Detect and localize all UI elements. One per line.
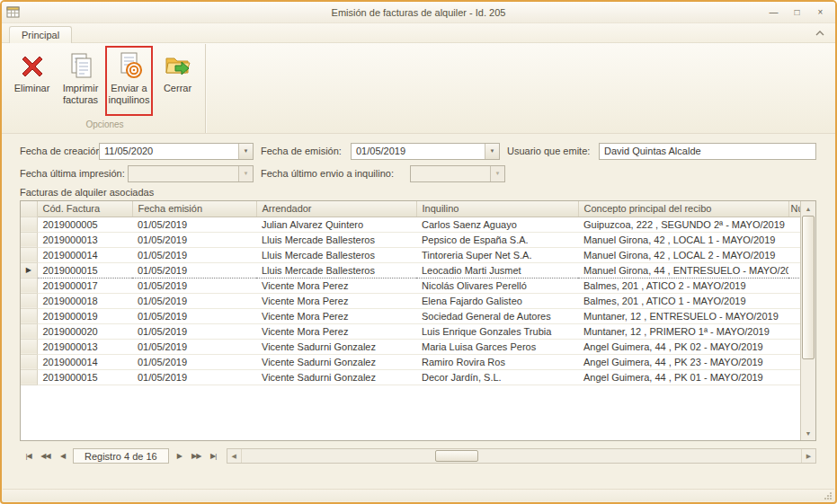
- grid-cell[interactable]: 2019000013: [37, 339, 132, 354]
- grid-cell[interactable]: Tintoreria Super Net S.A.: [416, 247, 578, 262]
- grid-cell[interactable]: 01/05/2019: [132, 354, 256, 369]
- vertical-scrollbar-track[interactable]: [801, 216, 815, 426]
- table-row[interactable]: 201900001501/05/2019Vicente Sadurni Gonz…: [21, 369, 804, 385]
- grid-cell[interactable]: Angel Guimera, 44 , PK 01 - MAYO/2019: [578, 369, 788, 385]
- grid-cell[interactable]: Angel Guimera, 44 , PK 23 - MAYO/2019: [578, 354, 788, 369]
- grid-cell[interactable]: 2019000019: [37, 308, 132, 323]
- scroll-left-button[interactable]: ◀: [227, 449, 241, 463]
- column-header-cod-factura[interactable]: Cód. Factura: [37, 201, 132, 217]
- fecha-creacion-dropdown-button[interactable]: ▼: [238, 144, 253, 159]
- grid-cell[interactable]: 2019000015: [37, 369, 132, 385]
- grid-cell[interactable]: 2019000013: [37, 232, 132, 247]
- grid-cell[interactable]: Muntaner, 12 , ENTRESUELO - MAYO/2019: [578, 308, 788, 323]
- grid-cell[interactable]: Julian Alvarez Quintero: [256, 217, 416, 232]
- grid-cell[interactable]: Lluis Mercade Ballesteros: [256, 232, 416, 247]
- horizontal-scrollbar-track[interactable]: [241, 449, 802, 463]
- grid-cell[interactable]: 2019000014: [37, 354, 132, 369]
- grid-cell[interactable]: Leocadio Marti Jusmet: [416, 262, 578, 278]
- grid-cell[interactable]: Vicente Mora Perez: [256, 323, 416, 339]
- table-row[interactable]: 201900001301/05/2019Lluis Mercade Balles…: [21, 232, 804, 247]
- grid-cell[interactable]: Angel Guimera, 44 , PK 02 - MAYO/2019: [578, 339, 788, 354]
- table-row[interactable]: ▶201900001501/05/2019Lluis Mercade Balle…: [21, 262, 804, 278]
- grid-cell[interactable]: 2019000005: [37, 217, 132, 232]
- grid-cell[interactable]: 01/05/2019: [132, 232, 256, 247]
- grid-cell[interactable]: Elena Fajardo Galisteo: [416, 293, 578, 308]
- grid-cell[interactable]: 01/05/2019: [132, 262, 256, 278]
- grid-cell[interactable]: 2019000020: [37, 323, 132, 339]
- grid-cell[interactable]: 2019000015: [37, 262, 132, 278]
- fecha-emision-dropdown-button[interactable]: ▼: [485, 144, 499, 159]
- grid-cell[interactable]: Carlos Saenz Aguayo: [416, 217, 578, 232]
- table-row[interactable]: 201900001701/05/2019Vicente Mora PerezNi…: [21, 278, 804, 293]
- grid-cell[interactable]: Decor Jardín, S.L.: [416, 369, 578, 385]
- grid-cell[interactable]: Sociedad General de Autores: [416, 308, 578, 323]
- grid-cell[interactable]: Pepsico de España S.A.: [416, 232, 578, 247]
- grid-cell[interactable]: 01/05/2019: [132, 339, 256, 354]
- grid-cell[interactable]: Balmes, 201 , ATICO 1 - MAYO/2019: [578, 293, 788, 308]
- vertical-scrollbar-thumb[interactable]: [802, 216, 815, 359]
- grid-cell[interactable]: Manuel Girona, 42 , LOCAL 2 - MAYO/2019: [578, 247, 788, 262]
- table-row[interactable]: 201900001801/05/2019Vicente Mora PerezEl…: [21, 293, 804, 308]
- grid-cell[interactable]: Lluis Mercade Ballesteros: [256, 262, 416, 278]
- fecha-creacion-field[interactable]: 11/05/2020 ▼: [99, 143, 254, 160]
- grid-cell[interactable]: Vicente Mora Perez: [256, 293, 416, 308]
- scroll-up-button[interactable]: ▲: [801, 201, 815, 216]
- table-row[interactable]: 201900002001/05/2019Vicente Mora PerezLu…: [21, 323, 804, 339]
- vertical-scrollbar[interactable]: ▲ ▼: [800, 201, 815, 440]
- table-row[interactable]: 201900001301/05/2019Vicente Sadurni Gonz…: [21, 339, 804, 354]
- grid-cell[interactable]: 2019000014: [37, 247, 132, 262]
- horizontal-scrollbar-thumb[interactable]: [435, 450, 478, 462]
- grid-cell[interactable]: Vicente Mora Perez: [256, 278, 416, 293]
- grid-cell[interactable]: 01/05/2019: [132, 217, 256, 232]
- grid-cell[interactable]: 01/05/2019: [132, 278, 256, 293]
- tab-principal[interactable]: Principal: [9, 26, 72, 43]
- enviar-a-inquilinos-button[interactable]: Enviar a inquilinos: [105, 46, 153, 116]
- resize-grip[interactable]: [822, 490, 833, 500]
- next-page-button[interactable]: ▶▶: [188, 448, 205, 464]
- last-record-button[interactable]: ▶|: [205, 448, 222, 464]
- horizontal-scrollbar[interactable]: ◀ ▶: [227, 448, 816, 464]
- ribbon-collapse-button[interactable]: [812, 27, 828, 40]
- grid-cell[interactable]: 01/05/2019: [132, 247, 256, 262]
- table-row[interactable]: 201900001401/05/2019Lluis Mercade Balles…: [21, 247, 804, 262]
- grid-cell[interactable]: 01/05/2019: [132, 323, 256, 339]
- table-row[interactable]: 201900000501/05/2019Julian Alvarez Quint…: [21, 217, 804, 232]
- cerrar-button[interactable]: Cerrar: [154, 46, 201, 116]
- grid-cell[interactable]: Vicente Sadurni Gonzalez: [256, 339, 416, 354]
- usuario-emite-field[interactable]: David Quintas Alcalde: [599, 143, 816, 160]
- grid-cell[interactable]: Vicente Sadurni Gonzalez: [256, 354, 416, 369]
- table-row[interactable]: 201900001401/05/2019Vicente Sadurni Gonz…: [21, 354, 804, 369]
- eliminar-button[interactable]: Eliminar: [8, 46, 56, 116]
- grid-cell[interactable]: Ramiro Rovira Ros: [416, 354, 578, 369]
- grid-cell[interactable]: Nicolás Olivares Perelló: [416, 278, 578, 293]
- scroll-down-button[interactable]: ▼: [801, 426, 815, 440]
- imprimir-facturas-button[interactable]: Imprimir facturas: [57, 46, 104, 116]
- next-record-button[interactable]: ▶: [171, 448, 188, 464]
- column-header-concepto[interactable]: Concepto principal del recibo: [578, 201, 788, 217]
- grid-cell[interactable]: Lluis Mercade Ballesteros: [256, 247, 416, 262]
- grid-cell[interactable]: Manuel Girona, 42 , LOCAL 1 - MAYO/2019: [578, 232, 788, 247]
- grid-cell[interactable]: 01/05/2019: [132, 293, 256, 308]
- grid-cell[interactable]: Vicente Mora Perez: [256, 308, 416, 323]
- close-button[interactable]: ×: [810, 5, 831, 20]
- column-header-fecha-emision[interactable]: Fecha emisión: [132, 201, 256, 217]
- grid-cell[interactable]: Luis Enrique Gonzales Trubia: [416, 323, 578, 339]
- first-record-button[interactable]: |◀: [20, 448, 37, 464]
- column-header-arrendador[interactable]: Arrendador: [256, 201, 416, 217]
- minimize-button[interactable]: —: [763, 5, 784, 20]
- prev-record-button[interactable]: ◀: [54, 448, 71, 464]
- grid-cell[interactable]: Muntaner, 12 , PRIMERO 1ª - MAYO/2019: [578, 323, 788, 339]
- grid-cell[interactable]: 01/05/2019: [132, 308, 256, 323]
- grid-cell[interactable]: 01/05/2019: [132, 369, 256, 385]
- table-row[interactable]: 201900001901/05/2019Vicente Mora PerezSo…: [21, 308, 804, 323]
- grid-cell[interactable]: Guipuzcoa, 222 , SEGUNDO 2ª - MAYO/2019: [578, 217, 788, 232]
- scroll-right-button[interactable]: ▶: [802, 449, 815, 463]
- grid-cell[interactable]: Maria Luisa Garces Peros: [416, 339, 578, 354]
- grid-cell[interactable]: Balmes, 201 , ATICO 2 - MAYO/2019: [578, 278, 788, 293]
- prev-page-button[interactable]: ◀◀: [37, 448, 54, 464]
- fecha-emision-field[interactable]: 01/05/2019 ▼: [351, 143, 500, 160]
- column-header-inquilino[interactable]: Inquilino: [416, 201, 578, 217]
- grid-cell[interactable]: Manuel Girona, 44 , ENTRESUELO - MAYO/20…: [578, 262, 788, 278]
- grid-cell[interactable]: 2019000018: [37, 293, 132, 308]
- maximize-button[interactable]: □: [787, 5, 807, 20]
